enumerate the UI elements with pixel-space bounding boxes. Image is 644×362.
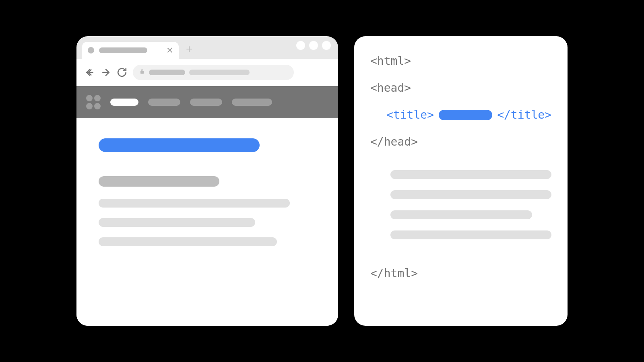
nav-item[interactable] bbox=[232, 99, 272, 106]
window-control-dot[interactable] bbox=[309, 41, 318, 50]
reload-button[interactable] bbox=[117, 67, 127, 78]
code-tag-head-open: <head> bbox=[370, 81, 551, 95]
close-tab-icon[interactable]: × bbox=[167, 45, 173, 56]
browser-tab[interactable]: × bbox=[82, 42, 179, 59]
page-body bbox=[76, 118, 338, 326]
nav-item-active[interactable] bbox=[110, 99, 138, 106]
html-code-panel: <html> <head> <title> </title> </head> <… bbox=[354, 36, 568, 326]
code-tag-head-close: </head> bbox=[370, 135, 551, 148]
url-segment-placeholder bbox=[189, 70, 250, 75]
code-tag-title-close: </title> bbox=[497, 108, 551, 121]
site-logo-icon[interactable] bbox=[86, 95, 101, 109]
code-body-placeholder bbox=[390, 230, 551, 239]
code-tag-html-close: </html> bbox=[370, 267, 551, 280]
code-tag-html-open: <html> bbox=[370, 54, 551, 68]
favicon-placeholder bbox=[88, 47, 94, 53]
new-tab-button[interactable]: + bbox=[186, 43, 192, 56]
body-text-placeholder bbox=[99, 218, 255, 227]
lock-icon bbox=[139, 69, 145, 76]
section-heading-placeholder bbox=[99, 176, 219, 187]
code-tag-title-open: <title> bbox=[386, 108, 434, 121]
forward-button[interactable] bbox=[101, 67, 111, 78]
tab-strip: × + bbox=[76, 36, 338, 59]
window-control-dot[interactable] bbox=[322, 41, 331, 50]
code-title-row: <title> </title> bbox=[370, 108, 551, 121]
title-content-placeholder bbox=[439, 110, 492, 120]
code-body-placeholder bbox=[390, 210, 532, 219]
code-body-placeholder bbox=[390, 190, 551, 199]
code-body-placeholder bbox=[390, 170, 551, 179]
back-button[interactable] bbox=[85, 67, 95, 78]
url-segment-placeholder bbox=[149, 70, 185, 75]
page-title-placeholder bbox=[99, 138, 260, 152]
window-controls bbox=[296, 41, 331, 50]
browser-mockup: × + bbox=[76, 36, 338, 326]
browser-toolbar bbox=[76, 59, 338, 86]
code-body-block bbox=[370, 170, 551, 251]
body-text-placeholder bbox=[99, 199, 290, 208]
window-control-dot[interactable] bbox=[296, 41, 305, 50]
nav-item[interactable] bbox=[190, 99, 222, 106]
nav-item[interactable] bbox=[148, 99, 180, 106]
address-bar[interactable] bbox=[133, 65, 294, 80]
site-header bbox=[76, 86, 338, 118]
body-text-placeholder bbox=[99, 237, 277, 246]
tab-title-placeholder bbox=[99, 47, 147, 53]
